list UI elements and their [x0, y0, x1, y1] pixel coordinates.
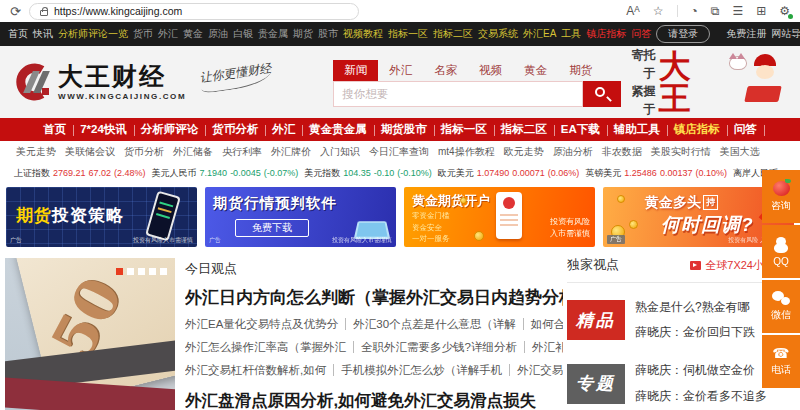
article-link[interactable]: 全职外汇需要多少钱?详细分析 [361, 341, 525, 353]
address-bar[interactable]: https://www.kingcaijing.com [29, 3, 359, 20]
main-nav-home[interactable]: 首页 [36, 122, 73, 137]
search-tab-futures[interactable]: 期货 [558, 60, 603, 81]
wechat-button[interactable]: 微信 [762, 280, 800, 333]
article-link[interactable]: 外汇30个点差是什么意思（详解 [353, 318, 523, 330]
ad-banner-futures-strategy[interactable]: 期货投资策略 广告 投资有风险入市需谨慎 [6, 187, 197, 247]
search-tab-experts[interactable]: 名家 [423, 60, 468, 81]
carousel-dot[interactable] [116, 268, 123, 275]
top-nav-item[interactable]: 分析师评论一览 [58, 27, 128, 41]
search-tab-video[interactable]: 视频 [468, 60, 513, 81]
font-size-icon[interactable]: Aᴬ [626, 5, 639, 17]
search-button[interactable] [583, 81, 621, 107]
register-link[interactable]: 免费注册 [726, 27, 766, 41]
exclusive-link[interactable]: 熟金是什么?熟金有哪 [635, 295, 755, 320]
article-link[interactable]: 外汇补仓操作技巧详解什么 [532, 341, 563, 353]
main-nav-tools[interactable]: 辅助工具 [607, 122, 667, 137]
main-nav-indicator1[interactable]: 指标一区 [434, 122, 494, 137]
main-nav-currency[interactable]: 货币分析 [205, 122, 265, 137]
ticker-quote[interactable]: 上证指数 2769.21 67.02 (2.48%) [14, 167, 146, 180]
ticker-quote[interactable]: 美元人民币 7.1940 -0.0045 (-0.07%) [152, 167, 299, 180]
search-tab-news[interactable]: 新闻 [333, 60, 378, 81]
qq-button[interactable]: QQ [762, 225, 800, 278]
sub-nav-link[interactable]: 美联储会议 [65, 145, 115, 159]
header-ad[interactable]: 寄托于 紧握于 大王 [621, 46, 788, 118]
top-nav-item[interactable]: 外汇 [158, 27, 178, 41]
ad-banner-gold-account[interactable]: 黄金期货开户 零资金门槛 资金安全 一对一服务 投资有风险 入市需谨慎 [404, 187, 595, 247]
carousel-dot[interactable] [149, 268, 156, 275]
top-nav-item[interactable]: 期货 [293, 27, 313, 41]
article-link[interactable]: 外汇交易胜率能多少（分析外汇 [517, 364, 563, 376]
top-nav-item[interactable]: 指标二区 [433, 27, 473, 41]
sub-nav-link[interactable]: 入门知识 [320, 145, 360, 159]
carousel-dot[interactable] [138, 268, 145, 275]
sub-nav-link[interactable]: 货币分析 [124, 145, 164, 159]
article-link[interactable]: 外汇交易杠杆倍数解析,如何 [185, 364, 334, 376]
free-download-button[interactable]: 免费下载 [235, 219, 309, 237]
main-nav-futures[interactable]: 期货股市 [374, 122, 434, 137]
sub-nav-link[interactable]: 非农数据 [602, 145, 642, 159]
article-photo-banknotes[interactable]: 50 [5, 258, 175, 410]
sub-nav-link[interactable]: 美国大选 [720, 145, 760, 159]
main-nav-qa[interactable]: 问答 [727, 122, 764, 137]
article-link[interactable]: 外汇怎么操作汇率高（掌握外汇 [185, 341, 354, 353]
top-nav-item[interactable]: 外汇EA [523, 27, 556, 41]
main-nav-ea-download[interactable]: EA下载 [554, 122, 607, 137]
ticker-quote[interactable]: 英镑美元 1.25486 0.00137 (0.10%) [585, 167, 727, 180]
badge-premium[interactable]: 精品 [567, 300, 625, 340]
top-nav-item[interactable]: 首页 [8, 27, 28, 41]
consult-button[interactable]: 咨询 [762, 170, 800, 223]
phone-button[interactable]: ☎ 电话 [762, 335, 800, 388]
favorite-star-icon[interactable]: ☆ [653, 5, 664, 17]
browser-settings-icon[interactable]: ⚙ [779, 5, 790, 17]
main-nav-analyst[interactable]: 分析师评论 [134, 122, 206, 137]
article-link[interactable]: 外汇EA量化交易特点及优势分 [185, 318, 346, 330]
badge-topic[interactable]: 专题 [567, 364, 625, 404]
sub-nav-link[interactable]: mt4操作教程 [438, 145, 495, 159]
main-nav-forex[interactable]: 外汇 [265, 122, 302, 137]
reload-icon[interactable]: ⟳ [10, 5, 21, 18]
main-nav-gold[interactable]: 黄金贵金属 [302, 122, 374, 137]
sub-nav-link[interactable]: 欧元走势 [504, 145, 544, 159]
top-nav-item[interactable]: 货币 [133, 27, 153, 41]
top-nav-item[interactable]: 白银 [233, 27, 253, 41]
article-link[interactable]: 手机模拟外汇怎么炒（详解手机 [341, 364, 510, 376]
sub-nav-link[interactable]: 今日汇率查询 [369, 145, 429, 159]
exclusive-link[interactable]: 薛晓庆：金价看多不追多 [635, 384, 767, 409]
sub-nav-link[interactable]: 美元走势 [16, 145, 56, 159]
top-nav-item[interactable]: 股市 [318, 27, 338, 41]
sub-nav-link[interactable]: 外汇牌价 [271, 145, 311, 159]
top-nav-item[interactable]: 视频教程 [343, 27, 383, 41]
login-button[interactable]: 请登录 [656, 25, 710, 43]
top-nav-item[interactable]: 镇店指标 [586, 27, 626, 41]
top-nav-item[interactable]: 交易系统 [478, 27, 518, 41]
top-nav-item[interactable]: 快讯 [33, 27, 53, 41]
sub-nav-link[interactable]: 原油分析 [553, 145, 593, 159]
favorites-list-icon[interactable]: ☰ [732, 5, 743, 17]
site-nav-dropdown[interactable]: 网站导航 [771, 27, 800, 41]
top-nav-item[interactable]: 黄金 [183, 27, 203, 41]
top-nav-item[interactable]: 指标一区 [388, 27, 428, 41]
carousel-dot[interactable] [127, 268, 134, 275]
main-nav-indicator2[interactable]: 指标二区 [494, 122, 554, 137]
main-nav-featured[interactable]: 镇店指标 [667, 122, 727, 137]
article-link[interactable]: 如何合理使用外汇杠杆（外汇 [531, 318, 563, 330]
main-nav-flash[interactable]: 7*24快讯 [73, 122, 134, 137]
sub-nav-link[interactable]: 外汇储备 [173, 145, 213, 159]
sub-nav-link[interactable]: 央行利率 [222, 145, 262, 159]
top-nav-item[interactable]: 工具 [561, 27, 581, 41]
ticker-quote[interactable]: 美元指数 104.35 -0.10 (-0.10%) [304, 167, 432, 180]
top-nav-item[interactable]: 问答 [631, 27, 651, 41]
search-input[interactable] [333, 81, 583, 107]
top-nav-item[interactable]: 贵金属 [258, 27, 288, 41]
url-text[interactable]: https://www.kingcaijing.com [54, 5, 182, 17]
carousel-dot[interactable] [160, 268, 167, 275]
article-headline[interactable]: 外汇盘滑点原因分析,如何避免外汇交易滑点损失 [185, 390, 563, 410]
top-nav-item[interactable]: 原油 [208, 27, 228, 41]
collections-icon[interactable]: ⊞ [756, 5, 766, 17]
search-tab-gold[interactable]: 黄金 [513, 60, 558, 81]
search-tab-forex[interactable]: 外汇 [378, 60, 423, 81]
site-logo[interactable]: 大王财经 WWW.KINGCAIJING.COM 让你更懂财经 [12, 63, 333, 101]
cookie-icon[interactable]: ◔ [691, 5, 698, 17]
ticker-quote[interactable]: 欧元美元 1.07490 0.00071 (0.06%) [438, 167, 580, 180]
sub-nav-link[interactable]: 美股实时行情 [651, 145, 711, 159]
